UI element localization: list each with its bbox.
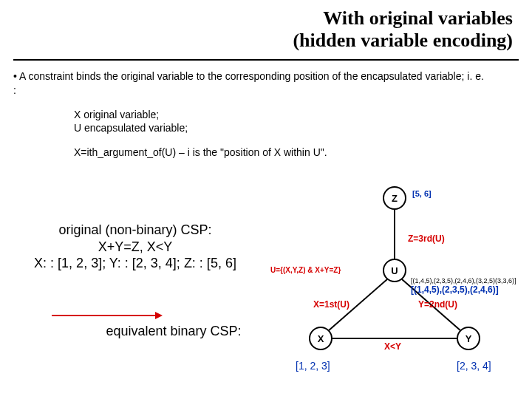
node-u-label: U — [391, 265, 398, 276]
title-line1: With original variables — [293, 7, 513, 30]
y-domain-label: [2, 3, 4] — [457, 360, 491, 372]
z-domain-label: [5, 6] — [412, 189, 432, 198]
u-definition-label: U={(X,Y,Z) & X+Y=Z} — [270, 266, 341, 274]
node-x: X — [309, 327, 332, 350]
edge-u-y-label: Y=2nd(U) — [418, 299, 457, 310]
node-y-label: Y — [466, 333, 472, 344]
u-tuples-short: [(1,4,5),(2,3,5),(2,4,6)] — [411, 284, 499, 295]
node-x-label: X — [318, 333, 324, 344]
intro-rule: X=ith_argument_of(U) – i is the "positio… — [74, 146, 327, 158]
csp-domains: X: : [1, 2, 3]; Y: : [2, 3, 4]; Z: : [5,… — [21, 255, 250, 272]
intro-definitions: X original variable; U encapsulated vari… — [74, 108, 188, 134]
x-domain-label: [1, 2, 3] — [296, 360, 330, 372]
edge-z-u-label: Z=3rd(U) — [408, 233, 445, 244]
title-underline — [13, 59, 519, 61]
intro-bullet: • A constraint binds the original variab… — [13, 69, 486, 98]
node-u: U — [383, 259, 406, 282]
u-tuples-full: [(1,4,5),(2,3,5),(2,4,6),(3,2,5)(3,3,6)] — [411, 277, 516, 284]
node-z: Z — [383, 186, 406, 210]
u-tuples-label: [(1,4,5),(2,3,5),(2,4,6),(3,2,5)(3,3,6)]… — [411, 277, 516, 295]
edge-u-x-label: X=1st(U) — [313, 299, 349, 310]
node-y: Y — [457, 327, 480, 350]
constraint-graph: Z U X Y [5, 6] Z=3rd(U) U={(X,Y,Z) & X+Y… — [272, 186, 523, 378]
original-csp-block: original (non-binary) CSP: X+Y=Z, X<Y X:… — [21, 222, 250, 272]
csp-caption: original (non-binary) CSP: — [21, 222, 250, 239]
edge-x-y-label: X<Y — [384, 341, 401, 352]
def-u: U encapsulated variable; — [74, 121, 188, 134]
svg-marker-1 — [155, 312, 163, 319]
equivalent-csp-label: equivalent binary CSP: — [92, 324, 255, 339]
arrow-icon — [52, 310, 163, 321]
slide-title: With original variables (hidden variable… — [293, 7, 513, 52]
def-x: X original variable; — [74, 108, 188, 121]
title-line2: (hidden variable encoding) — [293, 30, 513, 52]
csp-constraints: X+Y=Z, X<Y — [21, 239, 250, 256]
node-z-label: Z — [392, 193, 398, 204]
